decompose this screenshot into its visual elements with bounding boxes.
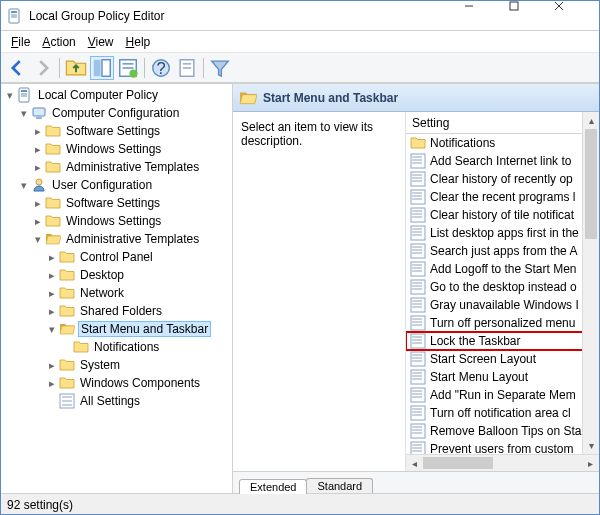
setting-icon [410,225,426,241]
list-item[interactable]: List desktop apps first in the [406,224,599,242]
setting-icon [410,153,426,169]
setting-label: Clear history of tile notificat [430,208,574,222]
setting-label: Notifications [430,136,495,150]
scroll-thumb[interactable] [423,457,493,469]
list-item[interactable]: Add Logoff to the Start Men [406,260,599,278]
setting-icon [410,315,426,331]
list-item[interactable]: Clear history of tile notificat [406,206,599,224]
column-setting[interactable]: Setting [412,116,599,130]
setting-label: Add Logoff to the Start Men [430,262,577,276]
tab-extended[interactable]: Extended [239,479,307,494]
list-item[interactable]: Start Screen Layout [406,350,599,368]
setting-icon [410,207,426,223]
list-item[interactable]: Clear history of recently op [406,170,599,188]
scroll-right-arrow[interactable]: ▸ [582,455,599,471]
setting-icon [410,423,426,439]
setting-label: Search just apps from the A [430,244,577,258]
setting-label: Lock the Taskbar [430,334,521,348]
setting-icon [410,387,426,403]
list-item[interactable]: Notifications [406,134,599,152]
settings-list[interactable]: Setting NotificationsAdd Search Internet… [405,112,599,471]
setting-icon [410,369,426,385]
setting-label: Start Screen Layout [430,352,536,366]
list-item[interactable]: Remove Balloon Tips on Sta [406,422,599,440]
setting-label: Add Search Internet link to [430,154,571,168]
scroll-up-arrow[interactable]: ▴ [583,112,599,129]
setting-label: Turn off notification area cl [430,406,571,420]
setting-label: Remove Balloon Tips on Sta [430,424,581,438]
setting-icon [410,279,426,295]
list-item[interactable]: Clear the recent programs l [406,188,599,206]
list-item[interactable]: Turn off notification area cl [406,404,599,422]
column-header[interactable]: Setting [406,112,599,134]
setting-label: Clear history of recently op [430,172,573,186]
list-item[interactable]: Add Search Internet link to [406,152,599,170]
list-item[interactable]: Search just apps from the A [406,242,599,260]
setting-icon [410,171,426,187]
list-item[interactable]: Go to the desktop instead o [406,278,599,296]
setting-icon [410,333,426,349]
list-item[interactable]: Lock the Taskbar [406,332,599,350]
list-item[interactable]: Gray unavailable Windows I [406,296,599,314]
setting-icon [410,261,426,277]
setting-label: List desktop apps first in the [430,226,579,240]
setting-label: Start Menu Layout [430,370,528,384]
scroll-thumb[interactable] [585,129,597,239]
horizontal-scrollbar[interactable]: ◂ ▸ [406,454,599,471]
vertical-scrollbar[interactable]: ▴ ▾ [582,112,599,454]
list-item[interactable]: Add "Run in Separate Mem [406,386,599,404]
setting-label: Gray unavailable Windows I [430,298,579,312]
setting-label: Turn off personalized menu [430,316,575,330]
scroll-down-arrow[interactable]: ▾ [583,437,599,454]
setting-icon [410,243,426,259]
setting-icon [410,189,426,205]
scroll-left-arrow[interactable]: ◂ [406,455,423,471]
list-item[interactable]: Start Menu Layout [406,368,599,386]
setting-icon [410,351,426,367]
setting-icon [410,297,426,313]
setting-label: Go to the desktop instead o [430,280,577,294]
setting-label: Add "Run in Separate Mem [430,388,576,402]
setting-label: Clear the recent programs l [430,190,575,204]
list-item[interactable]: Turn off personalized menu [406,314,599,332]
folder-icon [410,135,426,151]
setting-icon [410,405,426,421]
